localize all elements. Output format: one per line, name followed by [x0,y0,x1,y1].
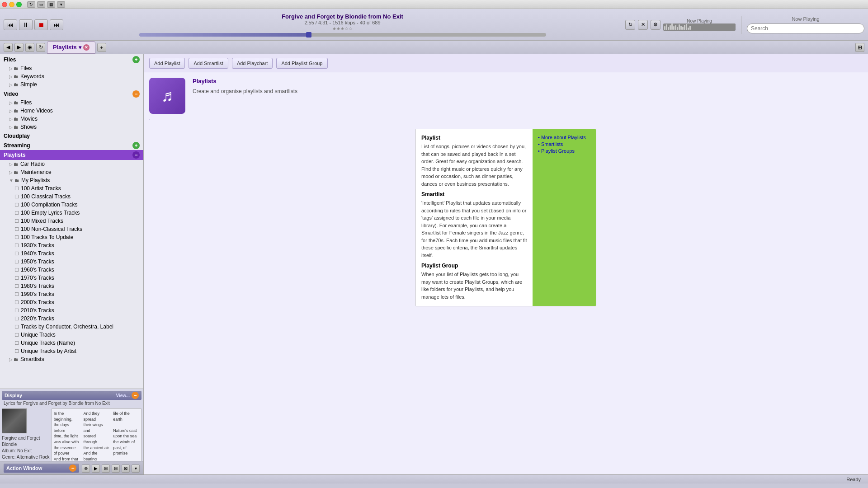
smartlist-info-title: Smartlist [421,191,527,197]
sidebar-item-100-compilation[interactable]: ☐ 100 Compilation Tracks [0,201,143,209]
sidebar-item-unique-tracks[interactable]: ☐ Unique Tracks [0,331,143,339]
smartlists-link[interactable]: Smartlists [538,141,590,147]
content-area: Add Playlist Add Smartlist Add Playchart… [144,54,868,474]
playlists-tab-close[interactable]: ✕ [83,44,90,51]
maximize-window-button[interactable] [16,2,22,7]
grid-view-button[interactable]: ⊞ [855,43,864,52]
sidebar-home-videos-label: Home Videos [20,108,53,114]
prev-button[interactable]: ⏮ [4,19,17,30]
clear-button[interactable]: ✕ [638,20,648,30]
sidebar-scroll[interactable]: Files + ▷ 🖿 Files ▷ 🖿 Keywords ▷ 🖿 Simpl… [0,54,143,389]
play-pause-button[interactable]: ⏸ [19,19,33,30]
action-btn-1[interactable]: ⊕ [82,465,90,473]
search-input[interactable] [747,23,864,33]
sidebar-item-1970s[interactable]: ☐ 1970's Tracks [0,274,143,282]
sidebar-item-100-empty-lyrics[interactable]: ☐ 100 Empty Lyrics Tracks [0,209,143,217]
sidebar-item-100-non-classical[interactable]: ☐ 100 Non-Classical Tracks [0,225,143,233]
streaming-add-button[interactable]: + [132,142,140,149]
action-btn-5[interactable]: ⊠ [122,465,130,473]
sidebar-item-unique-tracks-artist[interactable]: ☐ Unique Tracks by Artist [0,347,143,355]
sidebar-item-home-videos[interactable]: ▷ 🖿 Home Videos [0,107,143,115]
sidebar-item-keywords[interactable]: ▷ 🖿 Keywords [0,72,143,80]
sidebar-item-shows[interactable]: ▷ 🖿 Shows [0,123,143,131]
track-details: Forgive and Forget Blondie Album: No Exi… [2,435,50,460]
sidebar-item-2020s[interactable]: ☐ 2020's Tracks [0,314,143,323]
lyrics-title: Lyrics for Forgive and Forget by Blondie… [2,400,142,407]
more-about-playlists-link[interactable]: More about Playlists [538,135,590,140]
smartlist-info-text: 'Intelligent' Playlist that updates auto… [421,199,527,259]
expand-icon: ▷ [9,74,13,79]
progress-bar[interactable] [139,33,546,37]
sidebar-item-1940s[interactable]: ☐ 1940's Tracks [0,249,143,258]
folder-icon[interactable]: ▭ [37,1,45,8]
sidebar-item-2010s[interactable]: ☐ 2010's Tracks [0,306,143,314]
lyrics-line: was alive with [54,439,80,445]
sidebar-item-100-artist[interactable]: ☐ 100 Artist Tracks [0,184,143,192]
display-collapse-button[interactable]: − [132,392,139,399]
minimize-window-button[interactable] [9,2,14,7]
star-rating[interactable]: ★★★☆☆ [332,26,353,31]
add-smartlist-button[interactable]: Add Smartlist [189,58,228,69]
sidebar-item-1960s[interactable]: ☐ 1960's Tracks [0,266,143,274]
tab-add-button[interactable]: + [97,43,106,52]
sidebar-item-unique-tracks-name[interactable]: ☐ Unique Tracks (Name) [0,339,143,347]
playlist-icon: ☐ [14,243,19,249]
sidebar-item-my-playlists[interactable]: ▼ 🖿 My Playlists [0,176,143,184]
sidebar-item-tracks-by-conductor[interactable]: ☐ Tracks by Conductor, Orchestra, Label [0,323,143,331]
playlist-groups-link[interactable]: Playlist Groups [538,148,590,154]
sidebar-item-simple[interactable]: ▷ 🖿 Simple [0,80,143,89]
playlists-section-header: Playlists − [0,150,143,160]
track-title: Forgive and Forget by Blondie from No Ex… [282,13,403,20]
sidebar-item-100-mixed[interactable]: ☐ 100 Mixed Tracks [0,217,143,225]
expand-icon: ▷ [9,82,13,87]
sidebar-item-1990s[interactable]: ☐ 1990's Tracks [0,290,143,298]
sidebar-item-car-radio[interactable]: ▷ 🖿 Car Radio [0,160,143,168]
action-btn-4[interactable]: ⊟ [112,465,120,473]
progress-thumb[interactable] [306,32,311,38]
action-collapse-button[interactable]: − [69,465,76,472]
sidebar-item-100-classical[interactable]: ☐ 100 Classical Tracks [0,192,143,201]
equalizer-button[interactable]: ⚙ [651,20,660,30]
playlist-icon: ☐ [14,316,19,322]
next-button[interactable]: ⏭ [50,19,63,30]
add-playlist-button[interactable]: Add Playlist [149,58,185,69]
action-title: Action Window [6,465,42,471]
sidebar-item-1930s[interactable]: ☐ 1930's Tracks [0,241,143,249]
expand-icon: ▷ [9,66,13,71]
my-playlists-icon: 🖿 [14,178,19,183]
sidebar-item-100-to-update[interactable]: ☐ 100 Tracks To Update [0,233,143,241]
sidebar-item-1980s[interactable]: ☐ 1980's Tracks [0,282,143,290]
sidebar-item-1950s[interactable]: ☐ 1950's Tracks [0,258,143,266]
add-playchart-button[interactable]: Add Playchart [232,58,273,69]
sync-button[interactable]: ↻ [625,20,635,30]
playlists-dropdown-icon[interactable]: ▾ [79,44,81,51]
sidebar-item-movies[interactable]: ▷ 🖿 Movies [0,115,143,123]
nav-refresh-button[interactable]: ↻ [36,43,45,52]
playlist-icon: ☐ [14,324,19,330]
playlists-collapse-button[interactable]: − [132,151,140,159]
save-icon[interactable]: ▦ [47,1,55,8]
close-window-button[interactable] [2,2,7,7]
add-playlist-group-button[interactable]: Add Playlist Group [276,58,327,69]
video-collapse-button[interactable]: − [132,90,140,98]
lyrics-line: past, of promise [113,445,139,456]
sidebar-item-files[interactable]: ▷ 🖿 Files [0,64,143,72]
sidebar-100-non-classical-label: 100 Non-Classical Tracks [21,226,82,232]
refresh-icon[interactable]: ↻ [27,1,35,8]
sidebar-item-2000s[interactable]: ☐ 2000's Tracks [0,298,143,306]
display-view-button[interactable]: View... [116,393,130,398]
nav-back-button[interactable]: ◀ [4,43,13,52]
files-add-button[interactable]: + [132,56,140,63]
nav-forward-button[interactable]: ▶ [14,43,24,52]
sidebar-item-maintenance[interactable]: ▷ 🖿 Maintenance [0,168,143,176]
transport-bar: ⏮ ⏸ ⏹ ⏭ Forgive and Forget by Blondie fr… [0,9,868,41]
playlists-tab[interactable]: Playlists ▾ ✕ [47,41,95,54]
stop-button[interactable]: ⏹ [34,19,48,30]
sidebar-item-smartlists[interactable]: ▷ 🖿 Smartlists [0,355,143,363]
action-btn-6[interactable]: ▾ [132,465,140,473]
sidebar-item-video-files[interactable]: ▷ 🖿 Files [0,99,143,107]
action-btn-3[interactable]: ⊞ [102,465,110,473]
menu-icon[interactable]: ▾ [57,1,65,8]
action-btn-2[interactable]: ▶ [92,465,100,473]
nav-filter-button[interactable]: ◉ [25,43,34,52]
